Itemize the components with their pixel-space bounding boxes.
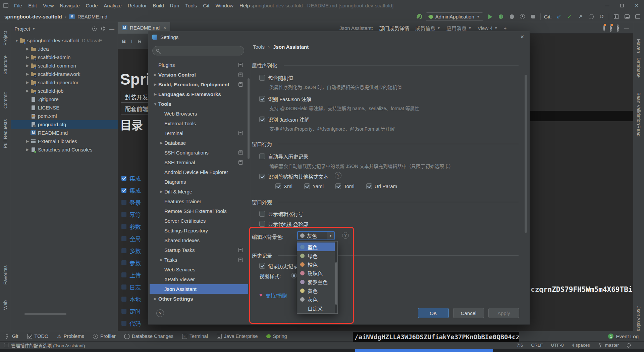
- stripe-maven[interactable]: Maven: [636, 39, 641, 53]
- menu-item-file[interactable]: File: [11, 0, 25, 11]
- git-branch[interactable]: master: [598, 343, 619, 348]
- history-icon[interactable]: [587, 13, 595, 20]
- commit-icon[interactable]: ✓: [566, 13, 573, 20]
- stripe-project[interactable]: Project: [3, 31, 8, 46]
- rollback-icon[interactable]: ↺: [598, 13, 605, 20]
- stripe-structure[interactable]: Structure: [3, 55, 8, 75]
- dropdown-item-violet[interactable]: 紫罗兰色: [297, 277, 337, 286]
- close-tab-icon[interactable]: ✕: [163, 26, 166, 30]
- toolbar-database-changes[interactable]: Database Changes: [124, 334, 173, 339]
- close-icon[interactable]: ✕: [520, 34, 524, 40]
- toolbar-git[interactable]: Git: [5, 334, 18, 339]
- toolbar-profiler[interactable]: Profiler: [93, 334, 116, 339]
- stripe-read[interactable]: Read: [636, 125, 641, 136]
- settings-nav-android-device-file-explorer[interactable]: Android Device File Explorer: [150, 167, 248, 177]
- toc-item[interactable]: 全局: [121, 234, 141, 243]
- stripe-favorites[interactable]: Favorites: [3, 265, 8, 285]
- popup-scrollbar[interactable]: [335, 241, 337, 313]
- settings-nav-features-trainer[interactable]: Features Trainer: [150, 196, 248, 206]
- tree-row-scaffold-admin[interactable]: ▶scaffold-admin: [11, 53, 118, 61]
- settings-nav-tasks[interactable]: ▶Tasks: [150, 255, 248, 265]
- tree-row-scaffold-generator[interactable]: ▶scaffold-generator: [11, 78, 118, 87]
- maximize-icon[interactable]: [614, 0, 629, 11]
- tree-row-root[interactable]: ▼springboot-dev-scaffoldD:\JavaE: [11, 36, 118, 45]
- hide-panel-icon[interactable]: —: [624, 25, 629, 31]
- toc-item[interactable]: 集成: [121, 186, 141, 194]
- menu-item-view[interactable]: View: [40, 0, 57, 11]
- update-project-icon[interactable]: ↙: [555, 13, 562, 20]
- tree-row-idea[interactable]: ▶.idea: [11, 45, 118, 53]
- gear-icon[interactable]: [101, 27, 105, 31]
- settings-nav-settings-repository[interactable]: Settings Repository: [150, 226, 248, 235]
- run-config-select[interactable]: AdminApplication ▼: [426, 12, 483, 21]
- toolbar-java-enterprise[interactable]: Java Enterprise: [217, 334, 258, 339]
- profiler-icon[interactable]: [519, 13, 526, 20]
- settings-nav-xpath-viewer[interactable]: XPath Viewer: [150, 274, 248, 284]
- menu-item-refactor[interactable]: Refactor: [125, 0, 150, 11]
- cancel-button[interactable]: Cancel: [453, 308, 484, 318]
- settings-nav-build-execution-deployment[interactable]: ▶Build, Execution, Deployment: [150, 80, 248, 89]
- close-icon[interactable]: ✕: [629, 0, 644, 11]
- caret-position[interactable]: 7:6: [517, 343, 523, 348]
- layout-icon[interactable]: [623, 13, 631, 20]
- tree-row-external-libraries[interactable]: ▶External Libraries: [11, 137, 118, 145]
- tree-row-readme[interactable]: MREADME.md: [11, 129, 118, 137]
- tree-row-pom[interactable]: pom.xml: [11, 112, 118, 120]
- settings-search-input[interactable]: [152, 46, 244, 55]
- push-icon[interactable]: ↗: [577, 13, 584, 20]
- checkbox-fastjson[interactable]: [259, 96, 265, 102]
- refresh-icon[interactable]: [603, 25, 605, 31]
- locate-icon[interactable]: [92, 27, 97, 31]
- toc-item[interactable]: 集成: [121, 174, 141, 182]
- stripe-commit[interactable]: Commit: [3, 92, 8, 108]
- tree-row-scaffold-job[interactable]: ▶scaffold-job: [11, 87, 118, 95]
- debug-icon[interactable]: [497, 13, 505, 20]
- add-view-icon[interactable]: +: [504, 25, 507, 31]
- settings-nav-ssh-terminal[interactable]: SSH Terminal: [150, 158, 248, 167]
- view-tab-app-message[interactable]: 应用消息▼: [446, 25, 472, 32]
- dialog-help-icon[interactable]: ?: [156, 309, 164, 317]
- donate-link[interactable]: 支持/捐赠: [266, 292, 287, 299]
- strikethrough-icon[interactable]: S: [138, 38, 141, 44]
- toc-item[interactable]: 多数: [121, 247, 141, 255]
- checkbox-toml[interactable]: [335, 183, 341, 189]
- settings-nav-external-tools[interactable]: External Tools: [150, 119, 248, 128]
- checkbox-yaml[interactable]: [304, 183, 310, 189]
- settings-nav-diff-merge[interactable]: ▶Diff & Merge: [150, 187, 248, 196]
- menu-item-edit[interactable]: Edit: [25, 0, 40, 11]
- file-encoding[interactable]: UTF-8: [551, 343, 564, 348]
- settings-nav-languages-frameworks[interactable]: ▶Languages & Frameworks: [150, 89, 248, 99]
- radio-view-style[interactable]: [291, 273, 297, 278]
- line-separator[interactable]: CRLF: [531, 343, 543, 348]
- italic-icon[interactable]: I: [131, 38, 132, 44]
- checkbox-record-history[interactable]: [259, 263, 265, 269]
- checkbox-auto-import[interactable]: [259, 153, 265, 159]
- tree-row-scaffold-common[interactable]: ▶scaffold-common: [11, 61, 118, 70]
- coverage-icon[interactable]: [508, 13, 516, 20]
- settings-nav-terminal[interactable]: Terminal: [150, 128, 248, 138]
- tree-row-gitignore[interactable]: .gitignore: [11, 95, 118, 103]
- toc-item[interactable]: 本地: [121, 295, 141, 303]
- toc-item[interactable]: 参数: [121, 222, 141, 231]
- gear-icon[interactable]: [617, 25, 619, 31]
- checkbox-include-random[interactable]: [259, 75, 265, 81]
- breadcrumb-file[interactable]: README.md: [77, 14, 107, 19]
- view-tab-dept-members[interactable]: 部门成员详情: [379, 25, 409, 32]
- ok-button[interactable]: OK: [418, 308, 449, 318]
- build-wrench-icon[interactable]: [415, 13, 422, 20]
- dropdown-item-orange[interactable]: 橙色: [297, 260, 337, 269]
- toc-item[interactable]: 代码: [121, 319, 141, 327]
- settings-nav-diagrams[interactable]: Diagrams: [150, 177, 248, 187]
- toc-item[interactable]: 定时: [121, 307, 141, 315]
- settings-nav-plugins[interactable]: Plugins: [150, 60, 248, 70]
- help-icon[interactable]: ?: [342, 232, 349, 239]
- nav-scrollbar[interactable]: [248, 78, 250, 159]
- toc-item[interactable]: 登录: [121, 198, 141, 207]
- settings-nav-version-control[interactable]: ▶Version Control: [150, 70, 248, 80]
- menu-item-run[interactable]: Run: [167, 0, 182, 11]
- remote-dev-icon[interactable]: [612, 13, 620, 20]
- toc-item[interactable]: 上传: [121, 271, 141, 279]
- view-tab-member-info[interactable]: 成员信息▼: [415, 25, 440, 32]
- stop-icon[interactable]: [530, 13, 537, 20]
- tree-row-scratches[interactable]: ▶Scratches and Consoles: [11, 145, 118, 154]
